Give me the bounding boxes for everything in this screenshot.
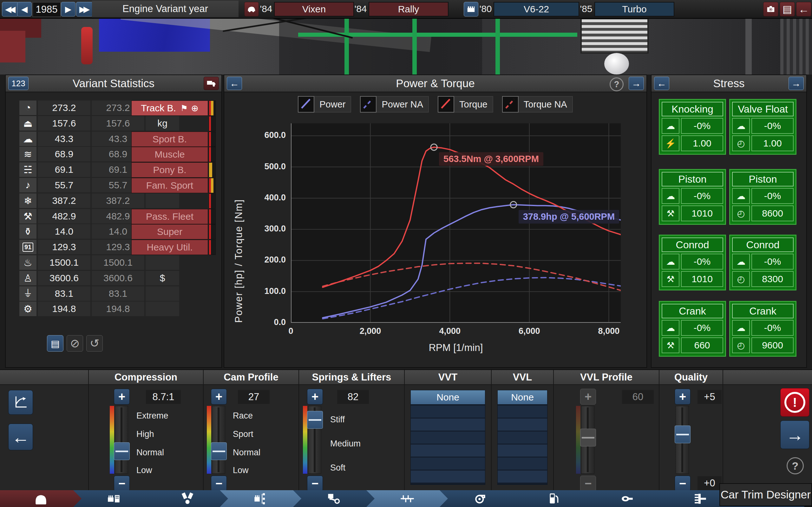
notes-button[interactable]: ▤	[780, 2, 795, 16]
stat-value: 69.1	[38, 162, 91, 177]
car-model-icon-button[interactable]	[244, 2, 259, 16]
category-heavy-util[interactable]: Heavy Util.	[131, 240, 208, 255]
vvl-empty-row[interactable]	[498, 457, 547, 469]
category-track-b[interactable]: Track B. ⚑ ⊕	[131, 101, 208, 116]
cam-slider-handle[interactable]	[211, 442, 227, 460]
quality-plus-button[interactable]: +	[675, 389, 691, 405]
vvl-empty-row[interactable]	[498, 432, 547, 444]
y-tick-label: 0.0	[254, 318, 286, 327]
back-button[interactable]: ←	[796, 2, 811, 16]
springs-minus-button[interactable]: −	[307, 475, 323, 492]
vvl-empty-row[interactable]	[498, 418, 547, 431]
vvt-empty-row[interactable]	[411, 470, 485, 483]
stat-value: 273.2	[38, 101, 91, 115]
tools-icon: ⚒	[662, 271, 680, 287]
stress-next-button[interactable]: →	[789, 77, 804, 90]
vvt-empty-row[interactable]	[411, 418, 485, 431]
compression-slider-handle[interactable]	[114, 442, 130, 460]
tab-variant-turbo[interactable]: Turbo	[594, 2, 674, 16]
stress-prev-button[interactable]: ←	[654, 77, 669, 90]
turbo-icon	[473, 492, 488, 506]
category-muscle[interactable]: Muscle	[131, 147, 208, 162]
category-pony-b[interactable]: Pony B.	[131, 162, 208, 178]
target-icon[interactable]: ⊕	[191, 103, 198, 114]
cam-plus-button[interactable]: +	[211, 389, 227, 405]
category-sport-b[interactable]: Sport B.	[131, 131, 208, 147]
vvt-empty-row[interactable]	[411, 432, 485, 444]
power-peak-annotation: 378.9hp @ 5,600RPM	[519, 210, 619, 224]
show-numbers-button[interactable]: 123	[8, 77, 29, 90]
legend-power-na[interactable]: Power NA	[360, 96, 429, 113]
smoothness-icon: ☁	[662, 320, 680, 336]
category-super[interactable]: Super	[131, 224, 208, 239]
compression-minus-button[interactable]: −	[114, 475, 130, 492]
tab-model-vixen[interactable]: Vixen	[274, 2, 354, 16]
tab-family-v6-22[interactable]: V6-22	[494, 2, 579, 16]
vvl-empty-row[interactable]	[498, 405, 547, 417]
vvt-empty-row[interactable]	[411, 457, 485, 469]
vvl-empty-row[interactable]	[498, 470, 547, 483]
compression-gradient	[110, 406, 114, 474]
toolbar-tab-fuel-system[interactable]	[513, 490, 595, 507]
toolbar-tab-engine-block[interactable]	[147, 490, 228, 507]
year-prev-button[interactable]: ◀	[17, 2, 32, 16]
help-icon[interactable]: ?	[610, 77, 624, 91]
cam-minus-button[interactable]: −	[211, 475, 227, 492]
year-first-button[interactable]: ◀◀	[2, 2, 19, 16]
legend-torque-na[interactable]: Torque NA	[502, 96, 573, 113]
clear-compare-button[interactable]: ⊘	[67, 335, 83, 352]
vvl-profile-minus-button: −	[580, 475, 596, 492]
graph-next-button[interactable]: →	[629, 77, 644, 90]
copy-stats-button[interactable]: ▤	[47, 335, 63, 352]
smoothness-icon: ☁	[662, 118, 680, 134]
toolbar-tab-car-design[interactable]	[0, 490, 82, 507]
category-pass-fleet[interactable]: Pass. Fleet	[131, 209, 208, 224]
plot-area[interactable]: 563.5Nm @ 3,600RPM 378.9hp @ 5,600RPM	[291, 123, 621, 323]
legend-torque[interactable]: Torque	[438, 96, 493, 113]
cam-slider-track[interactable]	[212, 406, 225, 474]
year-last-button[interactable]: ▶▶	[76, 2, 93, 16]
previous-step-button[interactable]: ←	[8, 424, 33, 450]
variant-statistics-header: 123 Variant Statistics	[6, 75, 221, 92]
graph-view-button[interactable]	[8, 390, 33, 415]
card-value: -0%	[681, 188, 723, 204]
category-fam-sport[interactable]: Fam. Sport	[131, 178, 208, 193]
toolbar-tab-turbo[interactable]	[440, 490, 522, 507]
vvt-empty-row[interactable]	[411, 445, 485, 457]
next-step-button[interactable]: →	[780, 420, 809, 449]
tab-trim-rally[interactable]: Rally	[369, 2, 448, 16]
toolbar-tab-valvetrain[interactable]	[220, 490, 302, 507]
quality-slider-handle[interactable]	[675, 426, 691, 443]
tuning-controls: ← Compression + 8.7:1 − Extreme High Nor…	[0, 370, 812, 491]
undo-button[interactable]: ↺	[86, 335, 103, 352]
toolbar-tab-exhaust[interactable]	[586, 490, 668, 507]
vvl-option-none[interactable]: None	[498, 390, 547, 405]
toolbar-tab-crankshaft[interactable]	[366, 490, 448, 507]
graph-prev-button[interactable]: ←	[227, 77, 242, 90]
vvt-list: None	[411, 390, 485, 485]
warning-button[interactable]: !	[780, 388, 809, 417]
quality-minus-button[interactable]: −	[675, 475, 691, 492]
spark-icon: ⚡	[662, 135, 680, 151]
engine-family-icon-button[interactable]	[464, 2, 478, 16]
legend-power[interactable]: Power	[298, 96, 351, 113]
vvt-empty-row[interactable]	[411, 405, 485, 417]
smoothness-icon: ☁	[662, 253, 680, 270]
stat-unit: $	[146, 271, 179, 285]
springs-plus-button[interactable]: +	[307, 389, 323, 405]
toolbar-tab-engine-family[interactable]	[73, 490, 155, 507]
help-icon-bottom[interactable]: ?	[787, 457, 804, 474]
card-title: Valve Float	[732, 102, 794, 116]
vvl-empty-row[interactable]	[498, 445, 547, 457]
smoothness-icon: ☁	[19, 131, 37, 146]
compression-slider-track[interactable]	[115, 406, 128, 474]
vvt-option-none[interactable]: None	[411, 390, 485, 405]
toolbar-tab-pistons[interactable]	[293, 490, 375, 507]
springs-slider-handle[interactable]	[307, 411, 323, 429]
utility-vehicle-button[interactable]	[204, 77, 219, 90]
pin-icon[interactable]: ⚑	[180, 103, 188, 113]
year-next-button[interactable]: ▶	[61, 2, 75, 16]
compression-plus-button[interactable]: +	[114, 389, 130, 405]
screenshot-button[interactable]	[763, 2, 778, 16]
variant-statistics-title: Variant Statistics	[73, 77, 155, 90]
